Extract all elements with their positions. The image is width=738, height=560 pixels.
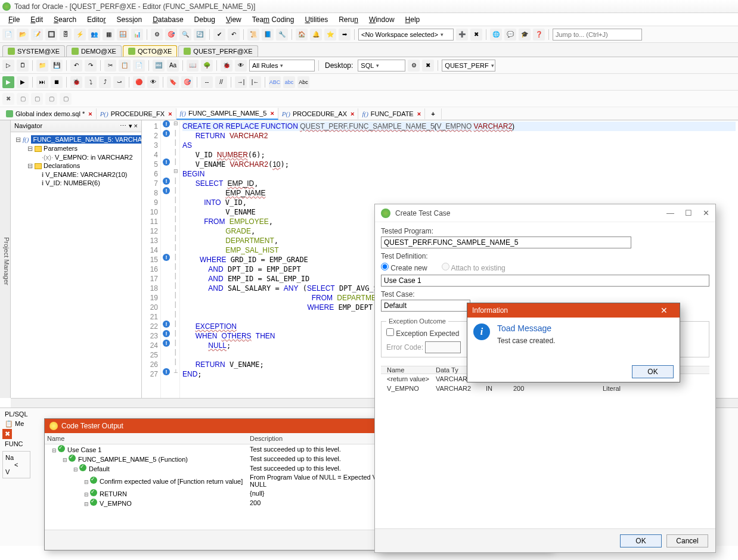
tree-decl-item[interactable]: i V_ENAME: VARCHAR2(10): [13, 170, 139, 179]
close-icon[interactable]: ×: [168, 110, 172, 117]
ws-del-icon[interactable]: ✖: [470, 29, 482, 41]
editor-icon[interactable]: 📝: [31, 29, 43, 41]
conn-tab-quest[interactable]: QUEST_PERF@XE: [178, 45, 258, 57]
error-icon[interactable]: ✖: [2, 429, 12, 439]
info-titlebar[interactable]: Information ✕: [467, 303, 680, 318]
paste-icon[interactable]: 📄: [133, 60, 145, 71]
target-icon[interactable]: 🎯: [165, 29, 177, 41]
abc2-icon[interactable]: abc: [283, 76, 295, 88]
conn-tab-demo[interactable]: DEMO@XE: [66, 45, 122, 57]
folder-icon[interactable]: 📁: [36, 60, 48, 71]
undo-icon[interactable]: ↶: [70, 60, 82, 71]
create-cancel-button[interactable]: Cancel: [666, 534, 708, 547]
misc-icon[interactable]: 🔧: [276, 29, 288, 41]
menu-session[interactable]: Session: [111, 14, 147, 25]
bell-icon[interactable]: 🔔: [310, 29, 322, 41]
toggle-bp-icon[interactable]: 🔴: [133, 76, 145, 88]
find-icon[interactable]: 🔍: [179, 29, 191, 41]
menu-rerun[interactable]: Rerun: [334, 14, 363, 25]
db-icon[interactable]: 🗄: [60, 29, 72, 41]
close-icon[interactable]: ×: [88, 110, 92, 117]
debug-out-icon[interactable]: ⤻: [113, 76, 125, 88]
test-definition-input[interactable]: [381, 275, 709, 287]
arrow-icon[interactable]: ➡: [339, 29, 351, 41]
project-manager-tab[interactable]: Project Manager: [0, 120, 11, 398]
desktop-combo[interactable]: SQL: [358, 60, 405, 71]
menu-file[interactable]: File: [4, 14, 24, 25]
exec-script-icon[interactable]: ▶: [17, 76, 29, 88]
watch-icon[interactable]: 👁: [147, 76, 159, 88]
create-titlebar[interactable]: Create Test Case — ☐ ✕: [375, 204, 715, 222]
schema-icon[interactable]: 🔲: [45, 29, 57, 41]
tested-program-input[interactable]: [381, 237, 631, 248]
review-icon[interactable]: 👁: [235, 60, 247, 71]
ws-add-icon[interactable]: ➕: [456, 29, 468, 41]
close-icon[interactable]: ✕: [703, 209, 709, 217]
close-icon[interactable]: ×: [270, 110, 274, 117]
nav-dropdown-icon[interactable]: ⋯ ▾ ×: [120, 122, 138, 130]
plsql-icon[interactable]: 📘: [262, 29, 274, 41]
doc-tab-3[interactable]: P()PROCEDURE_AX×: [278, 108, 359, 119]
desk-del-icon[interactable]: ✖: [422, 60, 434, 71]
menu-debug[interactable]: Debug: [190, 14, 220, 25]
fold-gutter[interactable]: ⊟││││⊟││││││││││││││││││││⊥: [172, 120, 180, 398]
stop-icon[interactable]: ⏹: [51, 76, 63, 88]
t4-2-icon[interactable]: ▢: [17, 93, 29, 105]
session-icon[interactable]: 👥: [88, 29, 100, 41]
create-ok-button[interactable]: OK: [620, 534, 662, 547]
workspace-combo[interactable]: <No Workspace selected>: [358, 29, 454, 41]
menu-editor[interactable]: Editor: [82, 14, 110, 25]
chart-icon[interactable]: 📊: [131, 29, 143, 41]
save-icon[interactable]: 💾: [51, 60, 63, 71]
indent-icon[interactable]: →|: [235, 76, 247, 88]
attach-existing-radio[interactable]: Attach to existing: [442, 263, 506, 272]
grid-icon[interactable]: ▦: [103, 29, 114, 41]
tree-decl-item[interactable]: i V_ID: NUMBER(6): [13, 179, 139, 187]
session-combo[interactable]: QUEST_PERF: [442, 60, 495, 71]
describe-icon[interactable]: 📖: [187, 60, 199, 71]
script-icon[interactable]: 📜: [247, 29, 259, 41]
close-icon[interactable]: ×: [417, 110, 421, 117]
menu-database[interactable]: Database: [148, 14, 188, 25]
menu-edit[interactable]: Edit: [26, 14, 48, 25]
t4-1-icon[interactable]: ✖: [2, 93, 14, 105]
bug-icon[interactable]: 🐞: [221, 60, 232, 71]
create-new-radio[interactable]: Create new: [381, 263, 427, 272]
cut-icon[interactable]: ✂: [104, 60, 116, 71]
tree-decl-folder[interactable]: ⊟ Declarations: [13, 161, 139, 170]
doc-tab-1[interactable]: P()PROCEDURE_FX×: [97, 108, 176, 119]
minimize-icon[interactable]: —: [666, 209, 674, 217]
uncomment-icon[interactable]: //: [215, 76, 227, 88]
menu-help[interactable]: Help: [401, 14, 425, 25]
open-icon[interactable]: 📂: [17, 29, 29, 41]
rules-combo[interactable]: All Rules: [249, 60, 315, 71]
info-ok-button[interactable]: OK: [632, 365, 674, 378]
t4-5-icon[interactable]: ▢: [60, 93, 72, 105]
sql-icon[interactable]: 🗒: [17, 60, 29, 71]
maximize-icon[interactable]: ☐: [685, 209, 692, 217]
menu-window[interactable]: Window: [364, 14, 399, 25]
new-icon[interactable]: 📄: [2, 29, 14, 41]
run-icon[interactable]: ▷: [2, 60, 14, 71]
explain-icon[interactable]: 🌳: [201, 60, 213, 71]
menu-team-coding[interactable]: Team Coding: [247, 14, 299, 25]
globe-icon[interactable]: 🌐: [490, 29, 502, 41]
doc-tab-add[interactable]: +: [425, 108, 441, 119]
home-icon[interactable]: 🏠: [296, 29, 308, 41]
execute-icon[interactable]: ▶: [2, 76, 14, 88]
debug-over-icon[interactable]: ⤴: [99, 76, 111, 88]
rollback-icon[interactable]: ↶: [228, 29, 240, 41]
star-icon[interactable]: ⭐: [324, 29, 336, 41]
doc-tab-2[interactable]: f()FUNC_SAMPLE_NAME_5×: [176, 108, 278, 120]
forum-icon[interactable]: 💬: [504, 29, 516, 41]
conn-tab-system[interactable]: SYSTEM@XE: [2, 45, 65, 57]
debug-step-icon[interactable]: ⤵: [85, 76, 97, 88]
jump-input[interactable]: [553, 29, 642, 41]
format-icon[interactable]: 🔤: [153, 60, 165, 71]
menu-search[interactable]: Search: [49, 14, 81, 25]
messages-tab[interactable]: 📋 Me: [2, 419, 30, 429]
gear-icon[interactable]: ⚙: [151, 29, 163, 41]
window-icon[interactable]: 🪟: [117, 29, 129, 41]
abc-icon[interactable]: ABC: [269, 76, 281, 88]
copy-icon[interactable]: 📋: [119, 60, 131, 71]
